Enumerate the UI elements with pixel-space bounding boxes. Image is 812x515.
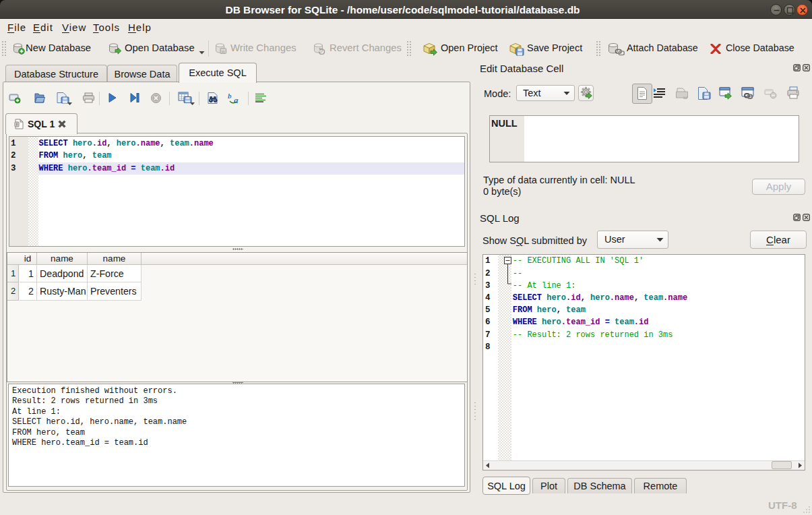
svg-text:b: b [228, 92, 232, 100]
svg-text:a: a [234, 95, 239, 105]
